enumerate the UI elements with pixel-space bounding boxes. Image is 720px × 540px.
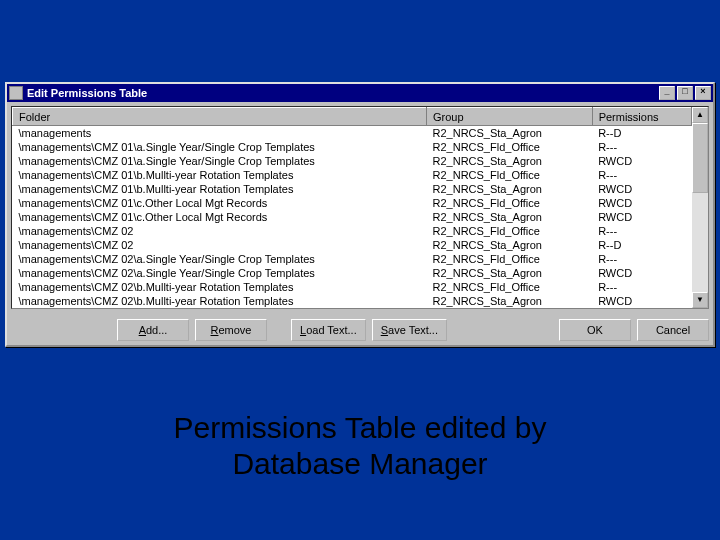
remove-button[interactable]: Remove <box>195 319 267 341</box>
cell-group: R2_NRCS_Sta_Agron <box>427 154 593 168</box>
load-text-button[interactable]: Load Text... <box>291 319 366 341</box>
cell-permissions: RWCD <box>592 196 691 210</box>
cell-permissions: R--- <box>592 280 691 294</box>
cell-folder: \managements\CMZ 01\a.Single Year/Single… <box>13 140 427 154</box>
cell-permissions: R--- <box>592 140 691 154</box>
cell-group: R2_NRCS_Sta_Agron <box>427 210 593 224</box>
cell-permissions: RWCD <box>592 266 691 280</box>
slide-caption: Permissions Table edited by Database Man… <box>0 410 720 482</box>
cell-folder: \managements\CMZ 02 <box>13 224 427 238</box>
ok-button[interactable]: OK <box>559 319 631 341</box>
cell-group: R2_NRCS_Fld_Office <box>427 196 593 210</box>
cell-group: R2_NRCS_Sta_Agron <box>427 266 593 280</box>
col-header-permissions[interactable]: Permissions <box>592 108 691 126</box>
client-area: Folder Group Permissions \managementsR2_… <box>7 102 713 313</box>
add-button[interactable]: Add... <box>117 319 189 341</box>
cancel-button[interactable]: Cancel <box>637 319 709 341</box>
cell-permissions: R--- <box>592 168 691 182</box>
table-row[interactable]: \managements\CMZ 01\b.Mullti-year Rotati… <box>13 168 692 182</box>
app-icon <box>9 86 23 100</box>
cell-folder: \managements\CMZ 01\b.Mullti-year Rotati… <box>13 182 427 196</box>
table-row[interactable]: \managements\CMZ 01\c.Other Local Mgt Re… <box>13 196 692 210</box>
scroll-track[interactable] <box>692 123 708 292</box>
permissions-window: Edit Permissions Table _ □ × Folder Grou… <box>5 82 715 347</box>
caption-line-2: Database Manager <box>0 446 720 482</box>
cell-folder: \managements\CMZ 01\b.Mullti-year Rotati… <box>13 168 427 182</box>
cell-permissions: R--- <box>592 252 691 266</box>
minimize-button[interactable]: _ <box>659 86 675 100</box>
cell-folder: \managements\CMZ 01\a.Single Year/Single… <box>13 154 427 168</box>
table-row[interactable]: \managements\CMZ 02R2_NRCS_Sta_AgronR--D <box>13 238 692 252</box>
table-row[interactable]: \managements\CMZ 02\b.Mullti-year Rotati… <box>13 294 692 308</box>
cell-permissions: RWCD <box>592 294 691 308</box>
table-row[interactable]: \managements\CMZ 02R2_NRCS_Fld_OfficeR--… <box>13 224 692 238</box>
cell-permissions: RWCD <box>592 154 691 168</box>
scroll-down-button[interactable]: ▼ <box>692 292 708 308</box>
cell-group: R2_NRCS_Fld_Office <box>427 280 593 294</box>
cell-permissions: RWCD <box>592 210 691 224</box>
table-row[interactable]: \managements\CMZ 01\a.Single Year/Single… <box>13 140 692 154</box>
cell-group: R2_NRCS_Sta_Agron <box>427 294 593 308</box>
save-text-button[interactable]: Save Text... <box>372 319 447 341</box>
table-row[interactable]: \managements\CMZ 02\b.Mullti-year Rotati… <box>13 280 692 294</box>
button-row: Add... Remove Load Text... Save Text... … <box>7 313 713 345</box>
table-row[interactable]: \managementsR2_NRCS_Sta_AgronR--D <box>13 126 692 141</box>
caption-line-1: Permissions Table edited by <box>0 410 720 446</box>
scroll-thumb[interactable] <box>692 123 708 193</box>
cell-permissions: R--D <box>592 126 691 141</box>
cell-permissions: R--D <box>592 238 691 252</box>
col-header-group[interactable]: Group <box>427 108 593 126</box>
cell-group: R2_NRCS_Sta_Agron <box>427 238 593 252</box>
cell-group: R2_NRCS_Fld_Office <box>427 224 593 238</box>
permissions-grid: Folder Group Permissions \managementsR2_… <box>11 106 709 309</box>
table-row[interactable]: \managements\CMZ 01\c.Other Local Mgt Re… <box>13 210 692 224</box>
cell-folder: \managements\CMZ 02\b.Mullti-year Rotati… <box>13 294 427 308</box>
cell-group: R2_NRCS_Sta_Agron <box>427 126 593 141</box>
col-header-folder[interactable]: Folder <box>13 108 427 126</box>
vertical-scrollbar[interactable]: ▲ ▼ <box>692 107 708 308</box>
maximize-button[interactable]: □ <box>677 86 693 100</box>
table-row[interactable]: \managements\CMZ 01\b.Mullti-year Rotati… <box>13 182 692 196</box>
cell-folder: \managements\CMZ 02\a.Single Year/Single… <box>13 252 427 266</box>
cell-folder: \managements\CMZ 02\b.Mullti-year Rotati… <box>13 280 427 294</box>
table-row[interactable]: \managements\CMZ 01\a.Single Year/Single… <box>13 154 692 168</box>
cell-group: R2_NRCS_Fld_Office <box>427 168 593 182</box>
scroll-up-button[interactable]: ▲ <box>692 107 708 123</box>
cell-permissions: RWCD <box>592 182 691 196</box>
cell-folder: \managements\CMZ 01\c.Other Local Mgt Re… <box>13 210 427 224</box>
cell-group: R2_NRCS_Fld_Office <box>427 252 593 266</box>
cell-folder: \managements\CMZ 02\a.Single Year/Single… <box>13 266 427 280</box>
window-title: Edit Permissions Table <box>27 87 657 99</box>
cell-permissions: R--- <box>592 224 691 238</box>
cell-group: R2_NRCS_Sta_Agron <box>427 182 593 196</box>
cell-group: R2_NRCS_Fld_Office <box>427 140 593 154</box>
table-row[interactable]: \managements\CMZ 02\a.Single Year/Single… <box>13 266 692 280</box>
table-row[interactable]: \managements\CMZ 02\a.Single Year/Single… <box>13 252 692 266</box>
titlebar[interactable]: Edit Permissions Table _ □ × <box>7 84 713 102</box>
close-button[interactable]: × <box>695 86 711 100</box>
cell-folder: \managements\CMZ 01\c.Other Local Mgt Re… <box>13 196 427 210</box>
cell-folder: \managements\CMZ 02 <box>13 238 427 252</box>
cell-folder: \managements <box>13 126 427 141</box>
